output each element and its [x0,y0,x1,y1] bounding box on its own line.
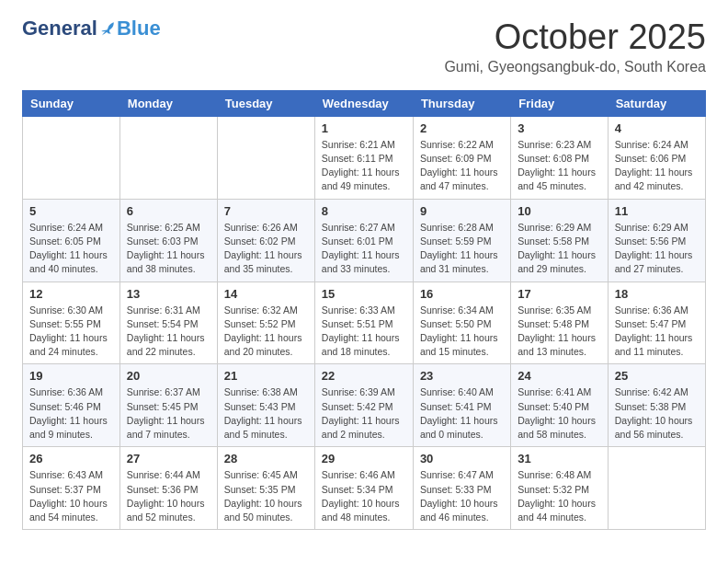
calendar-cell: 11Sunrise: 6:29 AMSunset: 5:56 PMDayligh… [608,199,705,282]
day-number: 18 [615,287,699,301]
day-info: Sunrise: 6:33 AMSunset: 5:51 PMDaylight:… [322,304,406,360]
calendar-cell [217,116,314,199]
day-info: Sunrise: 6:23 AMSunset: 6:08 PMDaylight:… [518,138,600,194]
calendar-cell: 22Sunrise: 6:39 AMSunset: 5:42 PMDayligh… [314,364,413,447]
day-number: 23 [420,369,504,383]
calendar-cell: 21Sunrise: 6:38 AMSunset: 5:43 PMDayligh… [217,364,314,447]
day-info: Sunrise: 6:29 AMSunset: 5:58 PMDaylight:… [518,221,600,277]
logo-general-text: General [22,18,97,39]
weekday-header-saturday: Saturday [608,90,705,116]
day-info: Sunrise: 6:45 AMSunset: 5:35 PMDaylight:… [224,468,308,524]
logo-blue-text: Blue [117,18,161,39]
day-info: Sunrise: 6:44 AMSunset: 5:36 PMDaylight:… [127,468,210,524]
calendar-cell [608,447,705,530]
calendar-cell: 19Sunrise: 6:36 AMSunset: 5:46 PMDayligh… [23,364,120,447]
calendar-week-3: 12Sunrise: 6:30 AMSunset: 5:55 PMDayligh… [23,282,706,364]
calendar-cell: 2Sunrise: 6:22 AMSunset: 6:09 PMDaylight… [413,116,510,199]
calendar-cell: 5Sunrise: 6:24 AMSunset: 6:05 PMDaylight… [23,199,120,282]
title-block: October 2025 Gumi, Gyeongsangbuk-do, Sou… [444,18,706,75]
calendar-cell: 1Sunrise: 6:21 AMSunset: 6:11 PMDaylight… [314,116,413,199]
day-info: Sunrise: 6:48 AMSunset: 5:32 PMDaylight:… [518,468,600,524]
day-info: Sunrise: 6:40 AMSunset: 5:41 PMDaylight:… [420,385,504,442]
day-info: Sunrise: 6:31 AMSunset: 5:54 PMDaylight:… [127,304,210,360]
calendar-cell: 13Sunrise: 6:31 AMSunset: 5:54 PMDayligh… [119,282,217,364]
logo-bird-icon [99,20,116,37]
day-info: Sunrise: 6:47 AMSunset: 5:33 PMDaylight:… [420,468,504,524]
day-number: 30 [420,452,504,465]
calendar-cell: 3Sunrise: 6:23 AMSunset: 6:08 PMDaylight… [511,116,608,199]
calendar-cell: 26Sunrise: 6:43 AMSunset: 5:37 PMDayligh… [23,447,120,530]
calendar-week-4: 19Sunrise: 6:36 AMSunset: 5:46 PMDayligh… [23,364,706,447]
weekday-header-friday: Friday [511,90,608,116]
day-info: Sunrise: 6:32 AMSunset: 5:52 PMDaylight:… [224,304,308,360]
calendar-cell: 14Sunrise: 6:32 AMSunset: 5:52 PMDayligh… [217,282,314,364]
day-number: 19 [29,369,113,383]
day-info: Sunrise: 6:38 AMSunset: 5:43 PMDaylight:… [224,385,308,442]
day-info: Sunrise: 6:24 AMSunset: 6:06 PMDaylight:… [615,138,699,194]
calendar-cell: 8Sunrise: 6:27 AMSunset: 6:01 PMDaylight… [314,199,413,282]
calendar-week-2: 5Sunrise: 6:24 AMSunset: 6:05 PMDaylight… [23,199,706,282]
calendar-cell: 17Sunrise: 6:35 AMSunset: 5:48 PMDayligh… [511,282,608,364]
calendar-week-1: 1Sunrise: 6:21 AMSunset: 6:11 PMDaylight… [23,116,706,199]
day-number: 10 [518,204,600,218]
calendar-cell: 20Sunrise: 6:37 AMSunset: 5:45 PMDayligh… [119,364,217,447]
day-info: Sunrise: 6:34 AMSunset: 5:50 PMDaylight:… [420,304,504,360]
day-number: 15 [322,287,406,301]
day-number: 1 [322,121,406,135]
day-number: 22 [322,369,406,383]
day-number: 5 [29,204,113,218]
calendar-cell: 23Sunrise: 6:40 AMSunset: 5:41 PMDayligh… [413,364,510,447]
day-info: Sunrise: 6:41 AMSunset: 5:40 PMDaylight:… [518,385,600,442]
calendar-cell: 25Sunrise: 6:42 AMSunset: 5:38 PMDayligh… [608,364,705,447]
calendar-cell: 18Sunrise: 6:36 AMSunset: 5:47 PMDayligh… [608,282,705,364]
calendar-cell: 4Sunrise: 6:24 AMSunset: 6:06 PMDaylight… [608,116,705,199]
day-info: Sunrise: 6:39 AMSunset: 5:42 PMDaylight:… [322,385,406,442]
calendar-cell: 10Sunrise: 6:29 AMSunset: 5:58 PMDayligh… [511,199,608,282]
logo: General Blue [22,18,161,39]
day-number: 3 [518,121,600,135]
day-number: 12 [29,287,113,301]
day-info: Sunrise: 6:25 AMSunset: 6:03 PMDaylight:… [127,221,210,277]
day-info: Sunrise: 6:28 AMSunset: 5:59 PMDaylight:… [420,221,504,277]
day-info: Sunrise: 6:37 AMSunset: 5:45 PMDaylight:… [127,385,210,442]
day-number: 8 [322,204,406,218]
calendar-cell: 31Sunrise: 6:48 AMSunset: 5:32 PMDayligh… [511,447,608,530]
weekday-header-monday: Monday [119,90,217,116]
calendar-cell [23,116,120,199]
day-number: 20 [127,369,210,383]
page-header: General Blue October 2025 Gumi, Gyeongsa… [22,18,706,75]
day-number: 7 [224,204,308,218]
day-number: 13 [127,287,210,301]
day-number: 14 [224,287,308,301]
day-info: Sunrise: 6:24 AMSunset: 6:05 PMDaylight:… [29,221,113,277]
day-info: Sunrise: 6:29 AMSunset: 5:56 PMDaylight:… [615,221,699,277]
day-info: Sunrise: 6:46 AMSunset: 5:34 PMDaylight:… [322,468,406,524]
day-info: Sunrise: 6:30 AMSunset: 5:55 PMDaylight:… [29,304,113,360]
weekday-header-tuesday: Tuesday [217,90,314,116]
calendar-cell: 16Sunrise: 6:34 AMSunset: 5:50 PMDayligh… [413,282,510,364]
day-number: 4 [615,121,699,135]
calendar-week-5: 26Sunrise: 6:43 AMSunset: 5:37 PMDayligh… [23,447,706,530]
day-info: Sunrise: 6:42 AMSunset: 5:38 PMDaylight:… [615,385,699,442]
day-number: 6 [127,204,210,218]
day-number: 11 [615,204,699,218]
location-subtitle: Gumi, Gyeongsangbuk-do, South Korea [444,59,706,75]
month-title: October 2025 [444,18,706,57]
day-info: Sunrise: 6:26 AMSunset: 6:02 PMDaylight:… [224,221,308,277]
calendar-cell: 27Sunrise: 6:44 AMSunset: 5:36 PMDayligh… [119,447,217,530]
calendar-cell: 29Sunrise: 6:46 AMSunset: 5:34 PMDayligh… [314,447,413,530]
day-number: 28 [224,452,308,465]
calendar-cell: 6Sunrise: 6:25 AMSunset: 6:03 PMDaylight… [119,199,217,282]
day-number: 29 [322,452,406,465]
calendar-cell: 24Sunrise: 6:41 AMSunset: 5:40 PMDayligh… [511,364,608,447]
day-number: 26 [29,452,113,465]
day-number: 9 [420,204,504,218]
weekday-header-sunday: Sunday [23,90,120,116]
calendar-cell: 28Sunrise: 6:45 AMSunset: 5:35 PMDayligh… [217,447,314,530]
calendar-table: SundayMondayTuesdayWednesdayThursdayFrid… [22,90,706,530]
calendar-cell: 12Sunrise: 6:30 AMSunset: 5:55 PMDayligh… [23,282,120,364]
day-info: Sunrise: 6:21 AMSunset: 6:11 PMDaylight:… [322,138,406,194]
day-info: Sunrise: 6:27 AMSunset: 6:01 PMDaylight:… [322,221,406,277]
day-number: 24 [518,369,600,383]
day-number: 16 [420,287,504,301]
